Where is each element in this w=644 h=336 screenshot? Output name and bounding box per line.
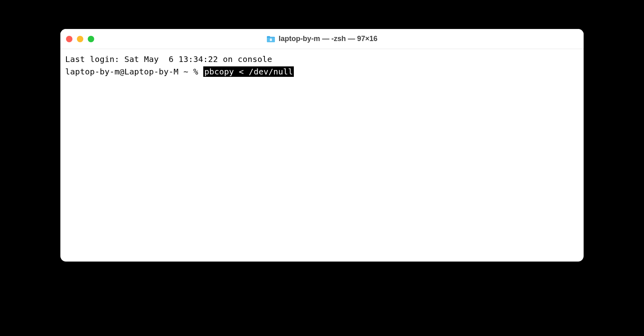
last-login-line: Last login: Sat May 6 13:34:22 on consol… xyxy=(65,53,579,66)
terminal-window: laptop-by-m — -zsh — 97×16 Last login: S… xyxy=(60,29,584,262)
folder-icon xyxy=(266,35,275,43)
title-container: laptop-by-m — -zsh — 97×16 xyxy=(60,35,584,43)
close-button[interactable] xyxy=(66,36,72,42)
minimize-button[interactable] xyxy=(77,36,83,42)
traffic-lights xyxy=(66,36,94,42)
prompt-line: laptop-by-m@Laptop-by-M ~ % pbcopy < /de… xyxy=(65,66,579,78)
window-title: laptop-by-m — -zsh — 97×16 xyxy=(279,35,378,43)
command-text[interactable]: pbcopy < /dev/null xyxy=(203,66,294,77)
svg-rect-0 xyxy=(270,39,272,41)
maximize-button[interactable] xyxy=(88,36,94,42)
terminal-body[interactable]: Last login: Sat May 6 13:34:22 on consol… xyxy=(60,49,584,262)
prompt-text: laptop-by-m@Laptop-by-M ~ % xyxy=(65,67,203,76)
titlebar[interactable]: laptop-by-m — -zsh — 97×16 xyxy=(60,29,584,49)
